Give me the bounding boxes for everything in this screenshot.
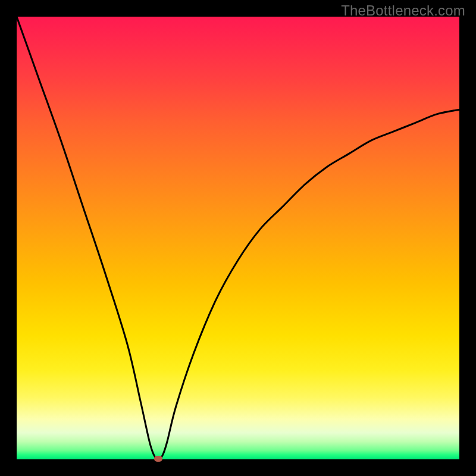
chart-plot-area xyxy=(17,17,459,459)
bottleneck-curve xyxy=(17,17,459,459)
watermark-text: TheBottleneck.com xyxy=(341,2,465,19)
optimal-point-marker xyxy=(154,456,162,462)
